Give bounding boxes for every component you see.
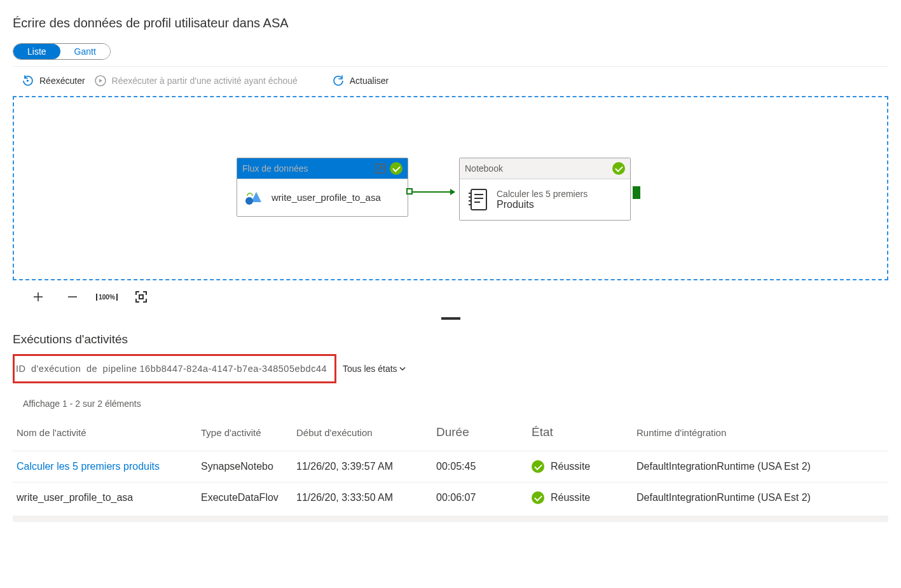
horizontal-scrollbar[interactable] <box>13 516 888 522</box>
success-icon <box>532 491 544 504</box>
activity-type-cell: ExecuteDataFlov <box>197 482 292 514</box>
activity-dataflow[interactable]: Flux de données write_user_profile_to_as… <box>237 158 408 217</box>
zoom-label: 100% <box>96 294 118 301</box>
activity-runs-table: Nom de l'activité Type d'activité Début … <box>13 419 888 513</box>
refresh-button[interactable]: Actualiser <box>332 74 389 87</box>
start-cell: 11/26/20, 3:33:50 AM <box>292 482 432 514</box>
view-toggle: Liste Gantt <box>13 43 111 60</box>
status-cell: Réussite <box>528 451 633 482</box>
run-id-label: ID d'exécution de pipeline <box>16 364 137 374</box>
refresh-icon <box>332 74 345 87</box>
success-icon <box>390 162 402 175</box>
duration-cell: 00:05:45 <box>432 451 528 482</box>
rerun-label: Réexécuter <box>39 76 85 86</box>
svg-point-2 <box>245 197 253 205</box>
runtime-cell: DefaultIntegrationRuntime (USA Est 2) <box>633 451 888 482</box>
activity-type-cell: SynapseNotebo <box>197 451 292 482</box>
activity-name-cell: write_user_profile_to_asa <box>13 482 197 514</box>
toolbar: Réexécuter Réexécuter à partir d'une act… <box>13 66 888 96</box>
status-filter-dropdown[interactable]: Tous les états <box>343 364 406 374</box>
pipeline-canvas[interactable]: Flux de données write_user_profile_to_as… <box>13 96 888 280</box>
page-title: Écrire des données de profil utilisateur… <box>13 16 888 31</box>
col-activity-name[interactable]: Nom de l'activité <box>13 419 197 451</box>
notebook-icon <box>466 187 490 212</box>
paging-info: Affichage 1 - 2 sur 2 éléments <box>23 399 888 409</box>
rerun-failed-button: Réexécuter à partir d'une activité ayant… <box>94 74 298 87</box>
start-cell: 11/26/20, 3:39:57 AM <box>292 451 432 482</box>
success-icon <box>532 460 544 473</box>
zoom-in-button[interactable] <box>31 289 46 304</box>
rerun-button[interactable]: Réexécuter <box>22 74 85 87</box>
col-runtime[interactable]: Runtime d'intégration <box>633 419 888 451</box>
view-gantt-button[interactable]: Gantt <box>60 44 110 59</box>
col-duration[interactable]: Durée <box>432 419 528 451</box>
zoom-level-button[interactable]: 100% <box>99 289 114 304</box>
activity-runs-title: Exécutions d'activités <box>13 332 888 346</box>
canvas-tools: 100% <box>13 280 888 311</box>
col-start[interactable]: Début d'exécution <box>292 419 432 451</box>
activity-name-link[interactable]: Calculer les 5 premiers produits <box>13 451 197 482</box>
activity-name: write_user_profile_to_asa <box>272 192 381 203</box>
duration-cell: 00:06:07 <box>432 482 528 514</box>
fit-screen-button[interactable] <box>134 289 149 304</box>
activity-type-label: Flux de données <box>242 163 308 174</box>
connector-arrow <box>410 191 455 193</box>
success-icon <box>612 162 625 175</box>
status-cell: Réussite <box>528 482 633 514</box>
chevron-down-icon <box>399 365 406 373</box>
activity-type-label: Notebook <box>465 163 503 174</box>
zoom-out-button[interactable] <box>65 289 80 304</box>
rerun-icon <box>22 74 34 87</box>
svg-rect-3 <box>471 189 486 210</box>
col-status[interactable]: État <box>528 419 633 451</box>
panel-drag-handle[interactable] <box>441 317 460 320</box>
run-id-highlight: ID d'exécution de pipeline 16bb8447-824a… <box>13 354 336 383</box>
col-activity-type[interactable]: Type d'activité <box>197 419 292 451</box>
activity-subtitle: Calculer les 5 premiers <box>497 189 588 199</box>
run-id-value: 16bb8447-824a-4147-b7ea-348505ebdc44 <box>140 364 327 374</box>
output-handle[interactable] <box>633 186 640 199</box>
refresh-label: Actualiser <box>350 76 389 86</box>
status-filter-label: Tous les états <box>343 364 397 374</box>
activity-notebook[interactable]: Notebook Calculer les 5 premiers Produit… <box>459 158 631 221</box>
open-icon[interactable] <box>375 163 386 174</box>
rerun-failed-label: Réexécuter à partir d'une activité ayant… <box>112 76 298 86</box>
table-row: write_user_profile_to_asa ExecuteDataFlo… <box>13 482 888 514</box>
activity-title: Produits <box>497 199 588 210</box>
dataflow-icon <box>244 187 265 209</box>
rerun-failed-icon <box>94 74 107 87</box>
runtime-cell: DefaultIntegrationRuntime (USA Est 2) <box>633 482 888 514</box>
view-list-button[interactable]: Liste <box>13 44 60 59</box>
table-row: Calculer les 5 premiers produits Synapse… <box>13 451 888 482</box>
